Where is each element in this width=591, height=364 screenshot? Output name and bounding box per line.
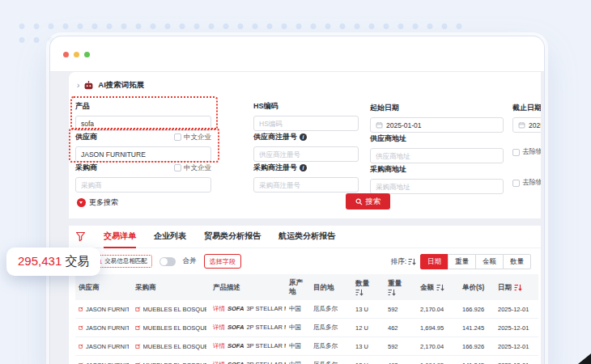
external-link-icon — [135, 324, 141, 331]
window-titlebar — [50, 36, 544, 71]
supplier-link[interactable]: JASON FURNITURE — [86, 306, 129, 313]
app-window: › AI搜索词拓展 产品 供应商 — [50, 36, 544, 364]
supplier-chinese-company-label: 中文企业 — [184, 133, 211, 142]
header-amount-sort[interactable]: 金额 — [417, 274, 459, 300]
buyer-chinese-company-checkbox[interactable] — [174, 164, 181, 171]
search-icon — [355, 198, 363, 205]
table-header-row: 供应商 采购商 产品描述 原产地 目的地 数量 重量 金额 单价($) 日期 — [75, 274, 538, 300]
window-content: › AI搜索词拓展 产品 供应商 — [50, 71, 544, 364]
sort-icon — [436, 284, 444, 291]
close-window-button[interactable] — [63, 52, 69, 57]
tab-bar: 交易详单 企业列表 贸易类分析报告 航运类分析报告 — [69, 226, 541, 248]
robot-icon — [83, 81, 94, 91]
merge-toggle[interactable] — [159, 257, 176, 266]
tab-trade-analysis-report[interactable]: 贸易类分析报告 — [204, 226, 261, 248]
header-weight-sort[interactable]: 重量 — [385, 274, 417, 300]
calendar-icon — [376, 121, 383, 129]
supplier-reg-input[interactable] — [253, 146, 359, 162]
product-label: 产品 — [75, 101, 90, 112]
product-input[interactable] — [75, 116, 211, 131]
buyer-label: 采购商 — [75, 163, 97, 173]
buyer-address-input[interactable] — [370, 179, 504, 194]
supplier-input[interactable] — [75, 146, 211, 162]
buyer-reg-input[interactable] — [253, 177, 359, 193]
exclude-logistics-supplier-checkbox[interactable] — [512, 149, 520, 156]
detail-link[interactable]: 详情 — [213, 324, 225, 331]
calendar-icon — [518, 121, 525, 129]
callout-count: 295,431 — [18, 254, 62, 268]
sort-icon — [355, 289, 364, 296]
tab-company-list[interactable]: 企业列表 — [154, 226, 186, 248]
header-supplier: 供应商 — [75, 274, 132, 300]
ai-search-expand[interactable]: › AI搜索词拓展 — [77, 80, 144, 91]
external-link-icon — [135, 306, 141, 312]
sort-chip-quantity[interactable]: 数量 — [503, 254, 531, 269]
transactions-table: 供应商 采购商 产品描述 原产地 目的地 数量 重量 金额 单价($) 日期 J — [75, 274, 538, 364]
match-count-callout: 295,431 交易 — [6, 248, 100, 276]
table-row[interactable]: JASON FURNITURE MUEBLES EL BOSQUE S.A 详情… — [75, 337, 538, 356]
external-link-icon — [135, 343, 141, 349]
detail-link[interactable]: 详情 — [213, 361, 225, 364]
header-destination: 目的地 — [310, 274, 352, 300]
sort-label: 排序: — [391, 257, 406, 267]
tab-shipping-analysis-report[interactable]: 航运类分析报告 — [278, 226, 335, 248]
exclude-logistics-buyer-checkbox[interactable] — [512, 180, 520, 187]
merge-label: 合并 — [183, 256, 197, 266]
chevron-right-icon: › — [77, 81, 79, 90]
minimize-window-button[interactable] — [74, 52, 79, 57]
sort-icon — [408, 258, 416, 265]
buyer-input[interactable] — [75, 177, 211, 193]
sort-chip-date[interactable]: 日期 — [420, 254, 449, 269]
more-search-toggle[interactable]: 更多搜索 — [77, 197, 118, 208]
header-date-sort[interactable]: 日期 — [495, 274, 538, 300]
supplier-chinese-company-checkbox[interactable] — [174, 133, 181, 141]
header-buyer: 采购商 — [132, 274, 210, 300]
end-date-input[interactable]: 2025 — [512, 117, 541, 133]
header-product: 产品描述 — [210, 274, 286, 300]
supplier-address-input[interactable] — [370, 148, 504, 163]
detail-link[interactable]: 详情 — [213, 342, 225, 349]
buyer-reg-label: 采购商注册号 — [253, 163, 297, 173]
callout-suffix: 交易 — [65, 254, 89, 268]
table-row[interactable]: JASON FURNITURE MUEBLES EL BOSQUE S.A 详情… — [75, 356, 538, 364]
select-fields-button[interactable]: 选择字段 — [204, 254, 241, 269]
sort-icon-active — [514, 284, 522, 291]
buyer-chinese-company-label: 中文企业 — [184, 163, 211, 173]
cursor-corner-triangle — [578, 353, 591, 364]
results-card: 交易详单 企业列表 贸易类分析报告 航运类分析报告 295,431 交易信息相匹… — [69, 226, 541, 364]
table-row[interactable]: JASON FURNITURE MUEBLES EL BOSQUE S.A 详情… — [75, 319, 538, 337]
info-icon: i — [300, 133, 307, 141]
tab-transaction-details[interactable]: 交易详单 — [104, 226, 136, 248]
supplier-link[interactable]: JASON FURNITURE — [86, 324, 129, 332]
buyer-link[interactable]: MUEBLES EL BOSQUE S.A — [143, 362, 206, 364]
supplier-link[interactable]: JASON FURNITURE — [86, 362, 129, 364]
buyer-link[interactable]: MUEBLES EL BOSQUE S.A — [143, 306, 206, 313]
table-row[interactable]: JASON FURNITURE MUEBLES EL BOSQUE S.A 详情… — [75, 300, 538, 319]
supplier-reg-label: 供应商注册号 — [253, 132, 297, 142]
buyer-link[interactable]: MUEBLES EL BOSQUE S.A — [143, 343, 206, 350]
supplier-address-label: 供应商地址 — [370, 133, 406, 144]
buyer-link[interactable]: MUEBLES EL BOSQUE S.A — [143, 324, 206, 332]
start-date-input[interactable]: 2025-01-01 — [370, 117, 504, 133]
sort-chip-weight[interactable]: 重量 — [448, 254, 476, 269]
maximize-window-button[interactable] — [84, 52, 90, 57]
hs-code-input[interactable] — [253, 116, 359, 131]
supplier-label: 供应商 — [75, 132, 97, 142]
more-search-label: 更多搜索 — [89, 197, 118, 208]
detail-link[interactable]: 详情 — [213, 305, 225, 312]
search-button[interactable]: 搜索 — [346, 193, 390, 210]
search-form-card: › AI搜索词拓展 产品 供应商 — [69, 72, 541, 218]
info-icon: i — [300, 164, 307, 171]
start-date-label: 起始日期 — [370, 103, 399, 113]
external-link-icon — [79, 306, 83, 312]
exclude-logistics-buyer-label: 去除物流商 — [522, 178, 541, 188]
supplier-link[interactable]: JASON FURNITURE — [86, 343, 129, 350]
search-button-label: 搜索 — [366, 197, 381, 207]
sort-icon — [388, 289, 396, 296]
sort-chip-amount[interactable]: 金额 — [475, 254, 504, 269]
external-link-icon — [79, 324, 83, 331]
buyer-address-label: 采购商地址 — [370, 164, 406, 175]
filter-funnel-icon[interactable] — [75, 231, 86, 242]
header-quantity-sort[interactable]: 数量 — [352, 274, 385, 300]
end-date-label: 截止日期 — [512, 103, 541, 113]
